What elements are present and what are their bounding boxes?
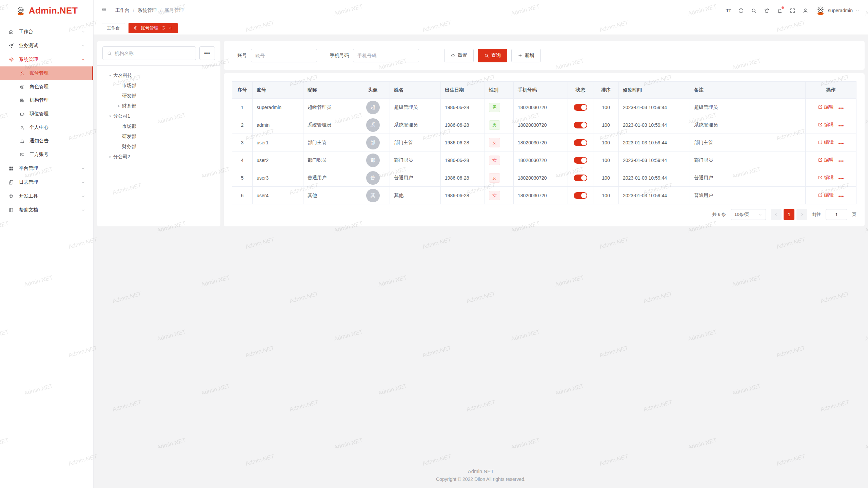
edit-button[interactable]: 编辑: [818, 139, 834, 145]
sidebar-item-platform-management[interactable]: 平台管理: [0, 161, 93, 175]
user-icon[interactable]: [799, 4, 812, 17]
theme-icon[interactable]: [761, 4, 773, 17]
menu-fold-icon[interactable]: [102, 7, 108, 14]
cell-ops: 编辑•••: [806, 99, 856, 116]
sidebar-item-dev-tools[interactable]: 开发工具: [0, 189, 93, 203]
role-icon: [19, 84, 25, 89]
status-toggle[interactable]: [574, 157, 587, 164]
language-icon[interactable]: [735, 4, 748, 17]
page-number-1[interactable]: 1: [784, 209, 794, 220]
sidebar-item-help-docs[interactable]: 帮助文档: [0, 203, 93, 217]
tab-account-management[interactable]: 账号管理: [129, 23, 178, 33]
org-more-button[interactable]: •••: [199, 46, 215, 60]
more-actions-button[interactable]: •••: [839, 123, 844, 128]
tree-node[interactable]: 财务部: [100, 142, 218, 152]
user-menu[interactable]: superadmin: [815, 5, 860, 16]
sidebar-item-third-party-account[interactable]: 三方账号: [0, 148, 93, 161]
add-button[interactable]: 新增: [511, 49, 541, 62]
gender-badge: 男: [489, 120, 500, 130]
sidebar-item-account-management[interactable]: 账号管理: [0, 66, 93, 80]
sidebar-item-log-management[interactable]: 日志管理: [0, 175, 93, 189]
cell-phone: 18020030720: [514, 116, 568, 134]
sidebar-item-workbench[interactable]: 工作台: [0, 25, 93, 39]
edit-button[interactable]: 编辑: [818, 175, 834, 181]
more-actions-button[interactable]: •••: [839, 158, 844, 163]
column-header-phone: 手机号码: [514, 82, 568, 99]
more-actions-button[interactable]: •••: [839, 105, 844, 110]
edit-label: 编辑: [824, 139, 834, 145]
tab-workbench[interactable]: 工作台: [102, 23, 125, 33]
font-size-icon[interactable]: TT: [722, 4, 735, 17]
edit-button[interactable]: 编辑: [818, 104, 834, 110]
breadcrumb-workbench[interactable]: 工作台: [115, 7, 130, 14]
cell-birthday: 1986-06-28: [441, 187, 485, 204]
sidebar-item-org-management[interactable]: 机构管理: [0, 94, 93, 107]
goto-page-input[interactable]: [826, 209, 847, 220]
chevron-down-icon: [81, 30, 85, 34]
next-page-button[interactable]: [796, 209, 807, 220]
edit-button[interactable]: 编辑: [818, 122, 834, 128]
cell-modified: 2023-01-03 10:59:44: [619, 99, 690, 116]
search-icon[interactable]: [748, 4, 761, 17]
caret-right-icon[interactable]: [116, 104, 122, 108]
more-actions-button[interactable]: •••: [839, 141, 844, 146]
refresh-icon[interactable]: [161, 26, 165, 30]
edit-label: 编辑: [824, 175, 834, 181]
query-button[interactable]: 查询: [478, 49, 507, 62]
caret-down-icon[interactable]: [107, 115, 113, 118]
footer: Admin.NET Copyright © 2022 Dilon All rig…: [97, 468, 865, 488]
edit-button[interactable]: 编辑: [818, 192, 834, 198]
status-toggle[interactable]: [574, 104, 587, 111]
sidebar-item-label: 角色管理: [29, 84, 48, 90]
fullscreen-icon[interactable]: [786, 4, 799, 17]
status-toggle[interactable]: [574, 175, 587, 181]
tree-node-label: 研发部: [122, 134, 136, 140]
caret-right-icon[interactable]: [107, 155, 113, 159]
reset-button[interactable]: 重置: [444, 49, 474, 62]
cell-index: 3: [232, 134, 253, 151]
more-actions-button[interactable]: •••: [839, 194, 844, 199]
tree-node[interactable]: 分公司2: [100, 152, 218, 162]
caret-down-icon[interactable]: [107, 74, 113, 77]
cell-status: [568, 134, 593, 151]
sidebar-item-personal-center[interactable]: 个人中心: [0, 121, 93, 134]
gear-icon: [8, 57, 14, 62]
tree-node[interactable]: 分公司1: [100, 111, 218, 121]
cell-avatar: 超: [356, 99, 390, 116]
cell-index: 4: [232, 151, 253, 169]
sidebar-item-notice-announcement[interactable]: 通知公告: [0, 134, 93, 148]
tree-node[interactable]: 研发部: [100, 91, 218, 101]
tree-node[interactable]: 大名科技: [100, 70, 218, 81]
edit-button[interactable]: 编辑: [818, 157, 834, 163]
account-input[interactable]: [251, 49, 317, 62]
org-search-input[interactable]: [115, 50, 192, 56]
close-icon[interactable]: [168, 26, 173, 30]
more-actions-button[interactable]: •••: [839, 176, 844, 181]
tree-node[interactable]: 市场部: [100, 121, 218, 131]
sidebar-item-position-management[interactable]: 职位管理: [0, 107, 93, 121]
cell-modified: 2023-01-03 10:59:44: [619, 187, 690, 204]
breadcrumb-account-management: 账号管理: [165, 7, 184, 14]
status-toggle[interactable]: [574, 139, 587, 146]
cell-status: [568, 99, 593, 116]
status-toggle[interactable]: [574, 122, 587, 128]
phone-input[interactable]: [353, 49, 419, 62]
status-toggle[interactable]: [574, 192, 587, 199]
breadcrumb-system-management[interactable]: 系统管理: [138, 7, 157, 14]
column-header-status: 状态: [568, 82, 593, 99]
column-header-birthday: 出生日期: [441, 82, 485, 99]
logo[interactable]: Admin.NET: [0, 0, 93, 21]
tree-node[interactable]: 市场部: [100, 81, 218, 91]
sidebar-item-system-management[interactable]: 系统管理: [0, 53, 93, 66]
cell-gender: 女: [485, 169, 514, 187]
tree-node[interactable]: 研发部: [100, 131, 218, 142]
cell-birthday: 1986-06-28: [441, 99, 485, 116]
org-tree: 大名科技市场部研发部财务部分公司1市场部研发部财务部分公司2: [97, 66, 220, 226]
tree-node[interactable]: 财务部: [100, 101, 218, 111]
cell-order: 100: [593, 116, 619, 134]
sidebar-item-business-test[interactable]: 业务测试: [0, 39, 93, 53]
sidebar-item-role-management[interactable]: 角色管理: [0, 80, 93, 94]
page-size-select[interactable]: 10条/页: [731, 209, 766, 220]
prev-page-button[interactable]: [771, 209, 782, 220]
notification-icon[interactable]: [773, 4, 786, 17]
